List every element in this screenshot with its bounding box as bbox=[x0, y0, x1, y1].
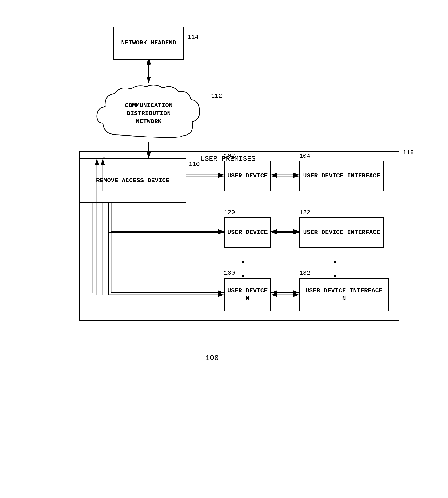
user-device-interface-1-box: USER DEVICE INTERFACE bbox=[299, 161, 384, 191]
ref-112: 112 bbox=[211, 93, 222, 99]
ref-122: 122 bbox=[299, 209, 310, 216]
ref-120: 120 bbox=[224, 209, 235, 216]
ref-132: 132 bbox=[299, 270, 310, 276]
network-headend-label: NETWORK HEADEND bbox=[121, 39, 176, 47]
user-device-interface-2-box: USER DEVICE INTERFACE bbox=[299, 217, 384, 248]
ref-130: 130 bbox=[224, 270, 235, 276]
comm-dist-network-label: COMMUNICATIONDISTRIBUTIONNETWORK bbox=[125, 102, 173, 126]
user-device-2-box: USER DEVICE bbox=[224, 217, 271, 248]
user-device-2-label: USER DEVICE bbox=[227, 228, 268, 237]
user-device-1-box: USER DEVICE bbox=[224, 161, 271, 191]
ref-110: 110 bbox=[189, 161, 200, 168]
user-device-interface-n-label: USER DEVICE INTERFACE N bbox=[302, 287, 386, 303]
user-device-1-label: USER DEVICE bbox=[227, 172, 268, 180]
user-device-interface-1-label: USER DEVICE INTERFACE bbox=[303, 172, 380, 180]
user-device-interface-n-box: USER DEVICE INTERFACE N bbox=[299, 278, 389, 311]
comm-dist-network-cloud: COMMUNICATIONDISTRIBUTIONNETWORK bbox=[90, 83, 208, 144]
ref-114: 114 bbox=[188, 34, 199, 41]
ref-102: 102 bbox=[224, 153, 235, 160]
ref-118: 118 bbox=[403, 149, 414, 156]
diagram: NETWORK HEADEND 114 COMMUNICATIONDISTRIB… bbox=[36, 19, 412, 479]
user-device-n-box: USER DEVICE N bbox=[224, 278, 271, 311]
user-device-interface-2-label: USER DEVICE INTERFACE bbox=[303, 228, 380, 237]
remove-access-device-box: REMOVE ACCESS DEVICE bbox=[79, 158, 186, 203]
network-headend-box: NETWORK HEADEND bbox=[113, 27, 184, 60]
user-device-n-label: USER DEVICE N bbox=[227, 287, 268, 303]
remove-access-device-label: REMOVE ACCESS DEVICE bbox=[96, 177, 169, 185]
figure-label: 100 bbox=[205, 354, 219, 362]
ref-104: 104 bbox=[299, 153, 310, 160]
